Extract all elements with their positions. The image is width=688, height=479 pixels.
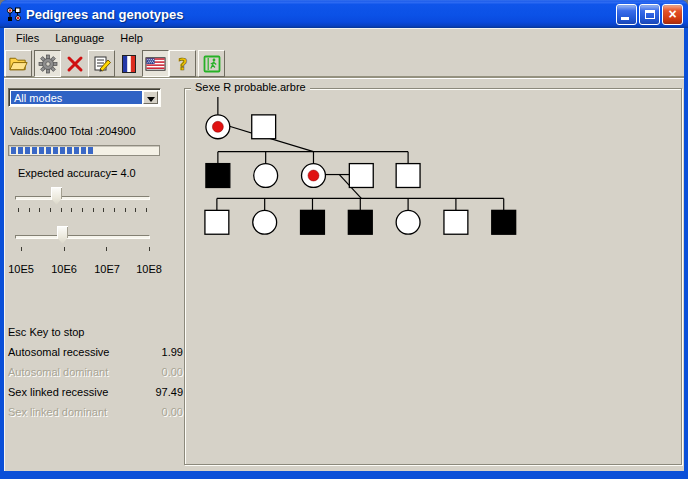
result-label: Sex linked dominant: [8, 406, 107, 418]
accuracy-label: Expected accuracy= 4.0: [18, 167, 136, 179]
pedigree-individual-circle[interactable]: [253, 210, 277, 234]
cancel-button[interactable]: [61, 50, 88, 77]
result-sex-linked-recessive: Sex linked recessive 97.49: [8, 386, 183, 398]
toolbar: ?: [4, 48, 684, 79]
progress-segment: [11, 147, 16, 154]
pedigree-individual-square-affected[interactable]: [301, 210, 325, 234]
edit-tree-button[interactable]: [88, 50, 115, 77]
edit-script-icon: [92, 54, 112, 74]
progress-segment: [25, 147, 30, 154]
pedigree-individual-square-affected[interactable]: [492, 210, 516, 234]
accuracy-slider-track[interactable]: [15, 196, 150, 200]
result-autosomal-recessive: Autosomal recessive 1.99: [8, 346, 183, 358]
close-button[interactable]: ×: [662, 4, 683, 25]
scale-label-10e6: 10E6: [50, 263, 78, 275]
compute-mode-button[interactable]: [34, 50, 61, 77]
accuracy-slider-thumb[interactable]: [51, 187, 62, 205]
pedigree-individual-square[interactable]: [444, 210, 468, 234]
slider-tick: [61, 208, 62, 212]
exit-button[interactable]: [198, 50, 225, 77]
slider-tick: [21, 247, 22, 251]
title-bar[interactable]: Pedigrees and genotypes ×: [0, 0, 688, 28]
result-label: Sex linked recessive: [8, 386, 108, 398]
result-value: 0.00: [162, 366, 183, 378]
minimize-icon: [621, 17, 629, 20]
iterations-slider-thumb[interactable]: [57, 226, 68, 244]
open-file-button[interactable]: [5, 50, 32, 77]
maximize-button[interactable]: [639, 4, 660, 25]
pedigree-groupbox: Sexe R probable.arbre: [184, 88, 682, 465]
minimize-button[interactable]: [616, 4, 637, 25]
window-body: Files Language Help: [0, 28, 688, 479]
pedigree-individual-square[interactable]: [205, 210, 229, 234]
help-button[interactable]: ?: [169, 50, 196, 77]
slider-tick: [64, 247, 65, 251]
scale-label-10e8: 10E8: [135, 263, 163, 275]
progress-segment: [39, 147, 44, 154]
slider-tick: [146, 208, 147, 212]
progress-segment: [32, 147, 37, 154]
slider-tick: [106, 247, 107, 251]
result-autosomal-dominant: Autosomal dominant 0.00: [8, 366, 183, 378]
progress-segment: [53, 147, 58, 154]
pedigree-svg: [185, 89, 681, 464]
result-sex-linked-dominant: Sex linked dominant 0.00: [8, 406, 183, 418]
pedigree-individual-square[interactable]: [252, 115, 276, 139]
menu-bar: Files Language Help: [4, 28, 684, 48]
progress-segment: [18, 147, 23, 154]
menu-files[interactable]: Files: [8, 30, 47, 46]
validation-stats: Valids:0400 Total :204900: [10, 125, 136, 137]
slider-tick: [135, 208, 136, 212]
menu-help[interactable]: Help: [112, 30, 151, 46]
close-icon: ×: [663, 5, 682, 24]
maximize-icon: [645, 10, 655, 19]
result-value: 1.99: [162, 346, 183, 358]
svg-text:?: ?: [178, 54, 187, 73]
progress-segment: [81, 147, 86, 154]
mode-select-dropdown-button[interactable]: [143, 91, 158, 104]
slider-tick: [93, 208, 94, 212]
pedigree-individual-square-affected[interactable]: [348, 210, 372, 234]
slider-tick: [82, 208, 83, 212]
cancel-x-icon: [65, 54, 85, 74]
open-folder-icon: [8, 54, 29, 74]
slider-tick: [114, 208, 115, 212]
pedigree-individual-circle[interactable]: [254, 164, 278, 188]
help-icon: ?: [173, 54, 193, 74]
language-french-button[interactable]: [115, 50, 142, 77]
progress-bar: [8, 145, 160, 156]
result-value: 0.00: [162, 406, 183, 418]
gear-icon: [38, 54, 58, 74]
app-window: Pedigrees and genotypes × Files Language…: [0, 0, 688, 479]
window-title: Pedigrees and genotypes: [26, 7, 184, 22]
app-pedigree-icon: [6, 6, 22, 22]
pedigree-individual-square-affected[interactable]: [206, 164, 230, 188]
scale-label-10e5: 10E5: [7, 263, 35, 275]
result-label: Autosomal dominant: [8, 366, 108, 378]
chevron-down-icon: [147, 97, 155, 106]
iterations-slider-track[interactable]: [15, 235, 150, 239]
carrier-dot: [212, 121, 223, 132]
slider-tick: [125, 208, 126, 212]
progress-segment: [88, 147, 93, 154]
slider-tick: [50, 208, 51, 212]
slider-tick: [39, 208, 40, 212]
slider-tick: [71, 208, 72, 212]
scale-label-10e7: 10E7: [93, 263, 121, 275]
us-flag-icon: [145, 56, 166, 72]
progress-segment: [46, 147, 51, 154]
french-flag-icon: [121, 54, 137, 74]
language-english-button[interactable]: [142, 50, 169, 77]
esc-hint: Esc Key to stop: [8, 326, 84, 338]
result-label: Autosomal recessive: [8, 346, 110, 358]
menu-language[interactable]: Language: [47, 30, 112, 46]
slider-tick: [149, 247, 150, 251]
pedigree-individual-circle[interactable]: [396, 210, 420, 234]
progress-segment: [67, 147, 72, 154]
progress-segment: [60, 147, 65, 154]
pedigree-individual-square[interactable]: [396, 164, 420, 188]
slider-tick: [18, 208, 19, 212]
exit-icon: [202, 54, 222, 74]
mode-select[interactable]: All modes: [8, 88, 161, 107]
pedigree-individual-square[interactable]: [349, 164, 373, 188]
